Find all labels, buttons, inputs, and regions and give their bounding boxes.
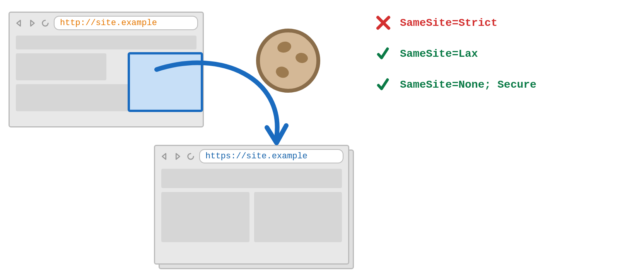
back-icon (14, 19, 24, 28)
cross-icon (375, 15, 391, 31)
browser-window-source: http://site.example (9, 12, 204, 127)
url-bar-source: http://site.example (54, 16, 198, 30)
browser-toolbar: https://site.example (155, 146, 348, 166)
legend-item-strict: SameSite=Strict (375, 15, 536, 31)
back-icon (160, 152, 169, 161)
forward-icon (173, 152, 182, 161)
link-target-box (128, 52, 203, 112)
svg-point-0 (258, 31, 318, 91)
check-icon (375, 46, 391, 62)
page-content-target (155, 166, 348, 251)
url-bar-target: https://site.example (199, 149, 343, 163)
placeholder-block (16, 36, 196, 49)
browser-toolbar: http://site.example (10, 13, 203, 33)
legend-item-none: SameSite=None; Secure (375, 76, 536, 93)
cookie-icon (255, 28, 321, 93)
placeholder-block (161, 169, 342, 188)
check-icon (375, 76, 391, 93)
browser-window-target: https://site.example (154, 145, 349, 265)
reload-icon (186, 152, 195, 161)
legend-label: SameSite=None; Secure (400, 79, 536, 91)
legend-item-lax: SameSite=Lax (375, 46, 536, 62)
legend-label: SameSite=Lax (400, 48, 478, 60)
placeholder-block (16, 53, 106, 80)
samesite-legend: SameSite=Strict SameSite=Lax SameSite=No… (375, 15, 536, 93)
forward-icon (27, 19, 37, 28)
reload-icon (41, 19, 50, 28)
placeholder-block (161, 192, 249, 242)
placeholder-block (254, 192, 342, 242)
legend-label: SameSite=Strict (400, 17, 497, 29)
